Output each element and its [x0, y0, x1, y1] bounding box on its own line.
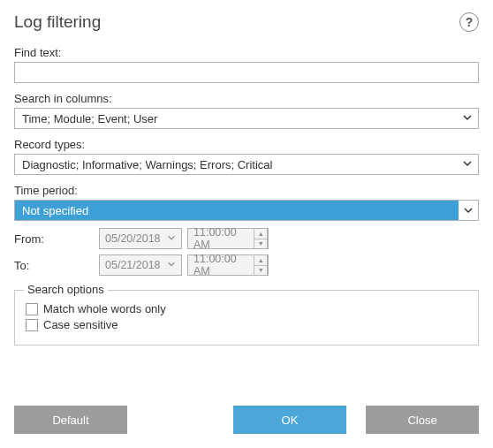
record-types-value: Diagnostic; Informative; Warnings; Error…: [22, 158, 272, 171]
search-columns-label: Search in columns:: [14, 92, 479, 105]
from-row: From: 05/20/2018 11:00:00 AM ▲ ▼: [14, 228, 479, 249]
to-date-picker[interactable]: 05/21/2018: [99, 254, 182, 276]
spinner-up-icon[interactable]: ▲: [254, 229, 267, 239]
time-period-combo[interactable]: Not specified: [14, 200, 479, 221]
time-period-label: Time period:: [14, 184, 479, 197]
spinner-down-icon[interactable]: ▼: [254, 266, 267, 276]
log-filtering-dialog: Log filtering ? Find text: Search in col…: [0, 0, 493, 448]
find-text-input[interactable]: [14, 62, 479, 83]
search-options-title: Search options: [24, 283, 108, 296]
button-row: Default OK Close: [14, 406, 479, 434]
from-date-value: 05/20/2018: [105, 232, 161, 245]
help-icon: ?: [466, 15, 474, 29]
spinner-down-icon[interactable]: ▼: [254, 239, 267, 249]
find-text-label: Find text:: [14, 46, 479, 59]
chevron-down-icon: [462, 112, 473, 125]
close-button[interactable]: Close: [366, 406, 479, 434]
case-sensitive-row[interactable]: Case sensitive: [26, 318, 467, 331]
to-time-value: 11:00:00 AM: [193, 253, 254, 277]
spacer: [147, 406, 214, 434]
chevron-down-icon: [459, 201, 478, 220]
default-button[interactable]: Default: [14, 406, 127, 434]
whole-words-label: Match whole words only: [43, 302, 166, 315]
spinner-up-icon[interactable]: ▲: [254, 255, 267, 266]
from-date-picker[interactable]: 05/20/2018: [99, 228, 182, 249]
from-time-value: 11:00:00 AM: [193, 226, 254, 251]
from-label: From:: [14, 232, 94, 246]
to-row: To: 05/21/2018 11:00:00 AM ▲ ▼: [14, 254, 479, 276]
search-options-group: Search options Match whole words only Ca…: [14, 290, 479, 345]
from-time-picker[interactable]: 11:00:00 AM ▲ ▼: [187, 228, 269, 249]
case-sensitive-label: Case sensitive: [43, 318, 118, 331]
search-columns-value: Time; Module; Event; User: [22, 112, 157, 125]
record-types-label: Record types:: [14, 138, 479, 151]
chevron-down-icon: [167, 259, 176, 271]
to-time-picker[interactable]: 11:00:00 AM ▲ ▼: [187, 254, 269, 276]
from-time-spinner[interactable]: ▲ ▼: [254, 228, 268, 249]
whole-words-row[interactable]: Match whole words only: [26, 302, 467, 315]
title-row: Log filtering ?: [14, 12, 479, 32]
case-sensitive-checkbox[interactable]: [26, 319, 38, 331]
dialog-title: Log filtering: [14, 12, 101, 32]
to-time-spinner[interactable]: ▲ ▼: [254, 254, 268, 276]
whole-words-checkbox[interactable]: [26, 303, 38, 315]
help-button[interactable]: ?: [459, 12, 479, 32]
chevron-down-icon: [167, 232, 176, 245]
ok-button[interactable]: OK: [233, 406, 346, 434]
to-label: To:: [14, 259, 94, 272]
chevron-down-icon: [462, 158, 473, 171]
search-columns-combo[interactable]: Time; Module; Event; User: [14, 108, 479, 129]
time-period-value: Not specified: [22, 204, 88, 217]
record-types-combo[interactable]: Diagnostic; Informative; Warnings; Error…: [14, 154, 479, 175]
to-date-value: 05/21/2018: [105, 259, 161, 271]
